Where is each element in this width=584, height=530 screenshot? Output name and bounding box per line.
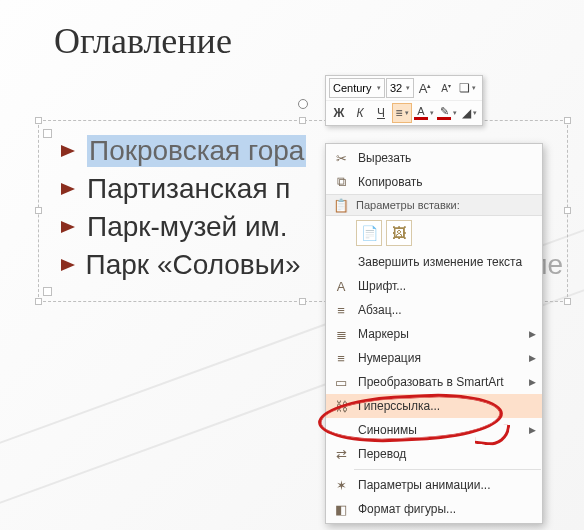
- menu-copy[interactable]: ⧉ Копировать: [326, 170, 542, 194]
- menu-synonyms[interactable]: Синонимы ▶: [326, 418, 542, 442]
- chevron-right-icon: ▶: [529, 377, 536, 387]
- brush-icon: ❏: [459, 81, 470, 95]
- paste-keep-source-button[interactable]: 📄: [356, 220, 382, 246]
- highlight-button[interactable]: ✎: [436, 103, 458, 123]
- menu-animation[interactable]: ✶ Параметры анимации...: [326, 473, 542, 497]
- hyperlink-icon: ⛓: [330, 395, 352, 417]
- menu-bullets[interactable]: ≣ Маркеры ▶: [326, 322, 542, 346]
- resize-handle[interactable]: [299, 117, 306, 124]
- menu-cut[interactable]: ✂ Вырезать: [326, 146, 542, 170]
- chevron-right-icon: ▶: [529, 353, 536, 363]
- paste-options-header: 📋 Параметры вставки:: [326, 194, 542, 216]
- chevron-right-icon: ▶: [529, 329, 536, 339]
- font-color-button[interactable]: A: [413, 103, 435, 123]
- menu-smartart[interactable]: ▭ Преобразовать в SmartArt ▶: [326, 370, 542, 394]
- underline-button[interactable]: Ч: [371, 103, 391, 123]
- copy-icon: ⧉: [330, 171, 352, 193]
- paste-text-only-button[interactable]: 🖼: [386, 220, 412, 246]
- pen-icon: ✎: [440, 106, 449, 116]
- menu-separator: [354, 469, 541, 470]
- font-size-select[interactable]: 32: [386, 78, 414, 98]
- bold-button[interactable]: Ж: [329, 103, 349, 123]
- menu-translate[interactable]: ⇄ Перевод: [326, 442, 542, 466]
- resize-handle[interactable]: [35, 117, 42, 124]
- rotate-handle[interactable]: [298, 99, 308, 109]
- menu-numbering[interactable]: ≡ Нумерация ▶: [326, 346, 542, 370]
- resize-handle[interactable]: [35, 207, 42, 214]
- page-title: Оглавление: [54, 20, 232, 62]
- font-icon: A: [330, 275, 352, 297]
- list-text: Покровская гора: [87, 135, 306, 167]
- bullet-icon: [61, 259, 80, 271]
- resize-handle[interactable]: [564, 298, 571, 305]
- mini-toolbar: Century 32 A▴ A▾ ❏ Ж К Ч ≡ A ✎ ◢: [325, 75, 483, 126]
- resize-handle[interactable]: [564, 117, 571, 124]
- clipboard-icon: 📄: [361, 225, 378, 241]
- list-text: Парк-музей им.: [87, 211, 288, 243]
- menu-hyperlink[interactable]: ⛓ Гиперссылка...: [326, 394, 542, 418]
- list-text: Партизанская п: [87, 173, 291, 205]
- align-button[interactable]: ≡: [392, 103, 412, 123]
- menu-paragraph[interactable]: ≡ Абзац...: [326, 298, 542, 322]
- bullet-icon: [61, 145, 81, 157]
- numbering-icon: ≡: [330, 347, 352, 369]
- context-menu: ✂ Вырезать ⧉ Копировать 📋 Параметры вста…: [325, 143, 543, 524]
- font-family-select[interactable]: Century: [329, 78, 385, 98]
- bullets-icon: ≣: [330, 323, 352, 345]
- styles-button[interactable]: ◢: [459, 103, 479, 123]
- cut-icon: ✂: [330, 147, 352, 169]
- format-painter-button[interactable]: ❏: [457, 78, 477, 98]
- paste-options: 📄 🖼: [326, 216, 542, 250]
- menu-format-shape[interactable]: ◧ Формат фигуры...: [326, 497, 542, 521]
- grow-font-button[interactable]: A▴: [415, 78, 435, 98]
- list-text: Парк «Соловьи»: [86, 249, 301, 281]
- menu-finish-edit[interactable]: Завершить изменение текста: [326, 250, 542, 274]
- bullet-icon: [61, 183, 81, 195]
- translate-icon: ⇄: [330, 443, 352, 465]
- shrink-font-button[interactable]: A▾: [436, 78, 456, 98]
- italic-button[interactable]: К: [350, 103, 370, 123]
- clipboard-icon: 📋: [330, 194, 352, 216]
- resize-handle[interactable]: [35, 298, 42, 305]
- resize-handle[interactable]: [564, 207, 571, 214]
- animation-icon: ✶: [330, 474, 352, 496]
- clipboard-picture-icon: 🖼: [392, 225, 406, 241]
- bullet-icon: [61, 221, 81, 233]
- align-left-icon: ≡: [395, 106, 402, 120]
- format-shape-icon: ◧: [330, 498, 352, 520]
- paragraph-icon: ≡: [330, 299, 352, 321]
- brush-icon: ◢: [462, 106, 471, 120]
- smartart-icon: ▭: [330, 371, 352, 393]
- menu-font[interactable]: A Шрифт...: [326, 274, 542, 298]
- chevron-right-icon: ▶: [529, 425, 536, 435]
- resize-handle[interactable]: [299, 298, 306, 305]
